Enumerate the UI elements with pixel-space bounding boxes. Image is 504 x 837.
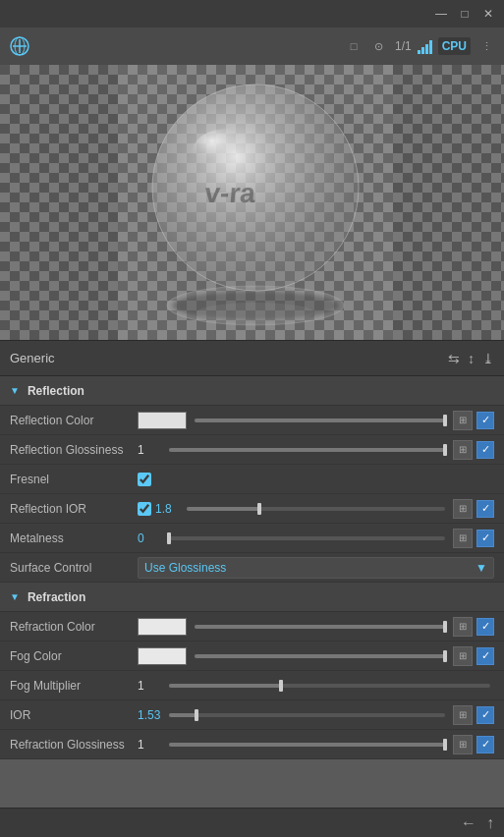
surface-control-value: Use Glossiness ▼ bbox=[138, 557, 494, 579]
reflection-section-title: Reflection bbox=[28, 384, 84, 398]
fog-color-row: Fog Color ⊞ ✓ bbox=[0, 642, 504, 671]
fog-color-slider[interactable] bbox=[195, 654, 445, 658]
refraction-ior-grid-btn[interactable]: ⊞ bbox=[453, 705, 473, 725]
svg-text:v-ra: v-ra bbox=[203, 178, 256, 208]
fresnel-label: Fresnel bbox=[10, 473, 138, 486]
render-preview: v-ra bbox=[118, 65, 393, 340]
reflection-collapse-arrow: ▼ bbox=[10, 385, 20, 396]
fog-multiplier-row: Fog Multiplier 1 bbox=[0, 671, 504, 700]
refraction-glossiness-value: 1 ⊞ ✓ bbox=[138, 735, 494, 754]
refraction-color-grid-btn[interactable]: ⊞ bbox=[453, 617, 473, 637]
fog-multiplier-num: 1 bbox=[138, 679, 161, 693]
surface-control-row: Surface Control Use Glossiness ▼ bbox=[0, 553, 504, 583]
fog-color-check[interactable]: ✓ bbox=[476, 647, 494, 665]
refraction-glossiness-check[interactable]: ✓ bbox=[476, 736, 494, 753]
fog-color-swatch[interactable] bbox=[138, 647, 187, 665]
fog-color-grid-btn[interactable]: ⊞ bbox=[453, 646, 473, 666]
refraction-ior-label: IOR bbox=[10, 708, 138, 722]
material-panel: Generic ⇆ ↕ ⤓ ▼ Reflection Reflection Co… bbox=[0, 340, 504, 759]
metalness-num: 0 bbox=[138, 531, 161, 545]
reflection-color-check[interactable]: ✓ bbox=[476, 412, 494, 429]
surface-control-dropdown-text: Use Glossiness bbox=[144, 561, 226, 575]
close-button[interactable]: ✕ bbox=[480, 6, 496, 22]
bottom-nav: ← ↑ bbox=[0, 808, 504, 837]
toolbar: □ ⊙ 1/1 CPU ⋮ bbox=[0, 28, 504, 65]
svg-point-8 bbox=[192, 129, 260, 178]
metalness-label: Metalness bbox=[10, 531, 138, 545]
fog-multiplier-value: 1 bbox=[138, 679, 494, 693]
reflection-glossiness-check[interactable]: ✓ bbox=[476, 441, 494, 459]
metalness-check[interactable]: ✓ bbox=[476, 530, 494, 547]
metalness-grid-btn[interactable]: ⊞ bbox=[453, 529, 473, 548]
refraction-ior-value: 1.53 ⊞ ✓ bbox=[138, 705, 494, 725]
toolbar-right: □ ⊙ 1/1 CPU ⋮ bbox=[344, 36, 496, 56]
fog-multiplier-label: Fog Multiplier bbox=[10, 679, 138, 693]
reflection-ior-row: Reflection IOR 1.8 ⊞ ✓ bbox=[0, 494, 504, 524]
camera-icon[interactable]: ⊙ bbox=[369, 36, 389, 56]
reflection-glossiness-grid-btn[interactable]: ⊞ bbox=[453, 440, 473, 460]
fresnel-row: Fresnel bbox=[0, 465, 504, 494]
refraction-color-check[interactable]: ✓ bbox=[476, 618, 494, 636]
back-nav-button[interactable]: ← bbox=[461, 814, 476, 832]
panel-icons: ⇆ ↕ ⤓ bbox=[448, 351, 494, 366]
panel-header: Generic ⇆ ↕ ⤓ bbox=[0, 341, 504, 376]
refraction-color-value: ⊞ ✓ bbox=[138, 617, 494, 637]
metalness-slider[interactable] bbox=[169, 536, 445, 540]
reflection-color-swatch[interactable] bbox=[138, 412, 187, 429]
reflection-ior-grid-btn[interactable]: ⊞ bbox=[453, 499, 473, 519]
reflection-glossiness-slider[interactable] bbox=[169, 448, 445, 452]
reflection-ior-check[interactable]: ✓ bbox=[476, 500, 494, 518]
refraction-section-header[interactable]: ▼ Refraction bbox=[0, 583, 504, 612]
refraction-ior-row: IOR 1.53 ⊞ ✓ bbox=[0, 700, 504, 730]
title-bar: — □ ✕ bbox=[0, 0, 504, 28]
reflection-ior-slider[interactable] bbox=[187, 507, 445, 511]
refraction-ior-slider[interactable] bbox=[169, 713, 445, 717]
fog-color-label: Fog Color bbox=[10, 649, 138, 663]
download-icon[interactable]: ⤓ bbox=[482, 351, 494, 366]
reflection-glossiness-num: 1 bbox=[138, 443, 161, 457]
panel-title: Generic bbox=[10, 351, 55, 365]
render-square-icon[interactable]: □ bbox=[344, 36, 364, 56]
refraction-color-swatch[interactable] bbox=[138, 618, 187, 636]
signal-bars bbox=[418, 38, 432, 54]
render-size-label: 1/1 bbox=[395, 39, 412, 53]
reflection-color-label: Reflection Color bbox=[10, 414, 138, 427]
maximize-button[interactable]: □ bbox=[457, 6, 473, 22]
refraction-glossiness-row: Refraction Glossiness 1 ⊞ ✓ bbox=[0, 730, 504, 759]
refraction-glossiness-grid-btn[interactable]: ⊞ bbox=[453, 735, 473, 754]
transfer-icon[interactable]: ⇆ bbox=[448, 351, 460, 366]
refraction-ior-check[interactable]: ✓ bbox=[476, 706, 494, 724]
fresnel-checkbox[interactable] bbox=[138, 473, 151, 486]
cpu-badge[interactable]: CPU bbox=[438, 37, 471, 55]
fog-color-value: ⊞ ✓ bbox=[138, 646, 494, 666]
refraction-collapse-arrow: ▼ bbox=[10, 591, 20, 602]
fog-multiplier-slider[interactable] bbox=[169, 684, 490, 688]
metalness-row: Metalness 0 ⊞ ✓ bbox=[0, 524, 504, 553]
refraction-color-slider[interactable] bbox=[195, 625, 445, 629]
minimize-button[interactable]: — bbox=[433, 6, 449, 22]
refraction-color-label: Refraction Color bbox=[10, 620, 138, 634]
preview-area: v-ra bbox=[0, 65, 504, 340]
surface-control-dropdown[interactable]: Use Glossiness ▼ bbox=[138, 557, 494, 579]
main-icon[interactable] bbox=[8, 34, 31, 58]
svg-point-11 bbox=[196, 303, 314, 322]
reflection-ior-num: 1.8 bbox=[155, 502, 179, 516]
refraction-glossiness-label: Refraction Glossiness bbox=[10, 738, 138, 752]
reflection-color-slider[interactable] bbox=[195, 418, 445, 422]
surface-control-dropdown-arrow: ▼ bbox=[476, 561, 487, 575]
reflection-glossiness-label: Reflection Glossiness bbox=[10, 443, 138, 457]
expand-icon[interactable]: ↕ bbox=[468, 351, 475, 366]
up-nav-button[interactable]: ↑ bbox=[486, 814, 494, 832]
menu-icon[interactable]: ⋮ bbox=[476, 36, 496, 56]
metalness-value: 0 ⊞ ✓ bbox=[138, 529, 494, 548]
refraction-ior-num: 1.53 bbox=[138, 708, 161, 722]
refraction-glossiness-slider[interactable] bbox=[169, 743, 445, 747]
reflection-color-row: Reflection Color ⊞ ✓ bbox=[0, 406, 504, 435]
reflection-color-value: ⊞ ✓ bbox=[138, 411, 494, 430]
reflection-color-grid-btn[interactable]: ⊞ bbox=[453, 411, 473, 430]
reflection-glossiness-row: Reflection Glossiness 1 ⊞ ✓ bbox=[0, 435, 504, 465]
reflection-ior-checkbox[interactable] bbox=[138, 502, 151, 516]
reflection-ior-label: Reflection IOR bbox=[10, 502, 138, 516]
reflection-section-header[interactable]: ▼ Reflection bbox=[0, 376, 504, 406]
refraction-section-title: Refraction bbox=[28, 590, 85, 604]
